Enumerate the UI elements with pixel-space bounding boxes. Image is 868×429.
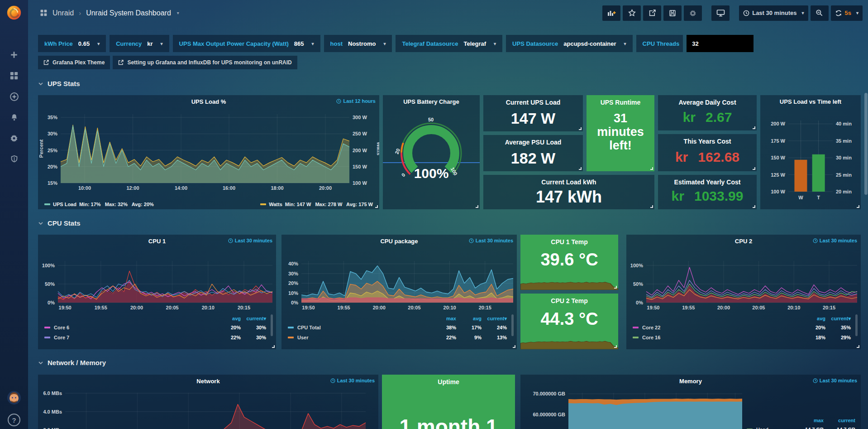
panel-title[interactable]: UPS Load % bbox=[38, 98, 379, 105]
variable-ups-datasource[interactable]: UPS Datasource apcupsd-container ▾ bbox=[506, 35, 632, 52]
svg-text:20:15: 20:15 bbox=[823, 305, 835, 310]
panel-resize-handle[interactable] bbox=[753, 167, 755, 170]
legend-item[interactable]: UPS Load Min: 17% Max: 32% Avg: 20% bbox=[44, 202, 154, 207]
section-ups-stats[interactable]: UPS Stats bbox=[38, 80, 80, 87]
panel-ups-load-vs-time-left: UPS Load vs Time left 100 W125 W150 W175… bbox=[760, 95, 861, 209]
cpu2-chart[interactable]: 19:5019:5520:0020:0520:1020:150%50%100% bbox=[626, 258, 861, 312]
panel-title[interactable]: Network bbox=[38, 378, 378, 385]
add-panel-button[interactable] bbox=[602, 5, 620, 21]
dashboard-title[interactable]: Unraid System Dashboard bbox=[86, 9, 171, 17]
panel-title[interactable]: Memory bbox=[520, 378, 861, 385]
panel-title[interactable]: UPS Battery Charge bbox=[383, 98, 480, 105]
cpu1-chart[interactable]: 19:5019:5520:0020:0520:1020:150%50%100% bbox=[38, 258, 276, 312]
user-avatar[interactable] bbox=[7, 391, 21, 406]
link-grafana-plex-theme[interactable]: Grafana Plex Theme bbox=[38, 56, 110, 69]
create-icon[interactable] bbox=[0, 44, 28, 65]
ups-load-chart[interactable]: 10:0012:0014:0016:0018:0020:0015%20%25%3… bbox=[38, 109, 379, 192]
server-admin-shield-icon[interactable] bbox=[0, 149, 28, 169]
cycle-view-monitor-button[interactable] bbox=[711, 5, 730, 21]
grafana-logo-icon[interactable] bbox=[0, 0, 28, 25]
panel-resize-handle[interactable] bbox=[650, 167, 653, 170]
external-link-icon bbox=[118, 60, 124, 65]
stat-value: kr2.67 bbox=[658, 110, 757, 125]
share-button[interactable] bbox=[643, 5, 661, 21]
dashboards-icon[interactable] bbox=[0, 65, 28, 86]
network-chart[interactable]: 2.0 MBs4.0 MBs6.0 MBs bbox=[38, 386, 378, 429]
panel-resize-handle[interactable] bbox=[513, 345, 515, 348]
cpu-threads-input[interactable] bbox=[687, 35, 754, 52]
battery-gauge[interactable]: 0 20 50 100 100% bbox=[388, 113, 474, 181]
section-network-memory[interactable]: Network / Memory bbox=[38, 359, 106, 366]
svg-text:20%: 20% bbox=[48, 164, 57, 169]
panel-resize-handle[interactable] bbox=[857, 205, 859, 208]
svg-text:200 W: 200 W bbox=[353, 148, 367, 153]
panel-resize-handle[interactable] bbox=[753, 126, 755, 129]
legend-scrollbar[interactable] bbox=[271, 314, 273, 336]
section-cpu-stats[interactable]: CPU Stats bbox=[38, 219, 81, 227]
star-button[interactable] bbox=[623, 5, 641, 21]
explore-icon[interactable] bbox=[0, 86, 28, 107]
variable-host[interactable]: host Nostromo ▾ bbox=[324, 35, 392, 52]
svg-text:19:50: 19:50 bbox=[59, 305, 72, 310]
panel-time-badge[interactable]: Last 30 minutes bbox=[813, 238, 857, 243]
link-ups-monitoring-guide[interactable]: Setting up Grafana and InfluxDB for UPS … bbox=[113, 56, 297, 69]
zoom-out-button[interactable] bbox=[811, 5, 829, 21]
panel-time-badge[interactable]: Last 30 minutes bbox=[469, 238, 513, 243]
svg-text:20:15: 20:15 bbox=[479, 305, 491, 310]
svg-text:19:55: 19:55 bbox=[682, 305, 695, 310]
legend-item[interactable]: Watts Min: 147 W Max: 278 W Avg: 175 W bbox=[260, 202, 373, 207]
variable-currency[interactable]: Currency kr ▾ bbox=[110, 35, 169, 52]
scrollbar-thumb[interactable] bbox=[864, 93, 868, 195]
alerting-bell-icon[interactable] bbox=[0, 107, 28, 128]
legend-swatch bbox=[260, 203, 266, 205]
panel-time-badge[interactable]: Last 12 hours bbox=[336, 98, 376, 104]
legend-row: Core 7 22% 30% bbox=[44, 333, 266, 342]
chevron-down-icon: ▾ bbox=[161, 41, 163, 46]
panel-resize-handle[interactable] bbox=[650, 205, 653, 208]
variable-telegraf-datasource[interactable]: Telegraf Datasource Telegraf ▾ bbox=[396, 35, 502, 52]
legend-scrollbar[interactable] bbox=[511, 314, 514, 336]
chevron-down-icon: ▾ bbox=[383, 41, 386, 46]
stat-value: 147 W bbox=[483, 110, 583, 127]
panel-resize-handle[interactable] bbox=[753, 205, 755, 208]
variable-kwh-price[interactable]: kWh Price 0.65 ▾ bbox=[38, 35, 106, 52]
settings-gear-button[interactable] bbox=[684, 5, 702, 21]
panel-time-badge[interactable]: Last 30 minutes bbox=[228, 238, 272, 243]
template-variables-row: kWh Price 0.65 ▾ Currency kr ▾ UPS Max O… bbox=[38, 35, 754, 52]
gauge-value: 100% bbox=[388, 166, 474, 181]
refresh-picker[interactable]: 5s ▾ bbox=[831, 5, 863, 21]
svg-text:20:05: 20:05 bbox=[166, 305, 179, 310]
panel-title[interactable]: UPS Load vs Time left bbox=[760, 98, 861, 105]
chart-legend-table: max current Used 14.7 GB 14.7 GB Buffere… bbox=[747, 416, 855, 429]
svg-text:0%: 0% bbox=[636, 300, 643, 305]
legend-swatch bbox=[288, 327, 294, 328]
time-range-picker[interactable]: Last 30 minutes ▾ bbox=[739, 5, 808, 21]
panel-time-badge[interactable]: Last 30 minutes bbox=[813, 378, 857, 383]
breadcrumb[interactable]: Unraid › Unraid System Dashboard ▾ bbox=[40, 9, 179, 17]
panel-resize-handle[interactable] bbox=[579, 127, 582, 130]
page-scrollbar[interactable] bbox=[864, 27, 868, 429]
panel-resize-handle[interactable] bbox=[579, 167, 582, 170]
variable-ups-max-output[interactable]: UPS Max Output Power Capacity (Watt) 865… bbox=[173, 35, 320, 52]
configuration-gear-icon[interactable] bbox=[0, 128, 28, 149]
panel-resize-handle[interactable] bbox=[272, 345, 275, 348]
panel-resize-handle[interactable] bbox=[614, 286, 617, 289]
legend-row: Used 14.7 GB 14.7 GB bbox=[747, 424, 855, 429]
panel-resize-handle[interactable] bbox=[476, 205, 478, 208]
ups-bars-chart[interactable]: 100 W125 W150 W175 W200 W20 min25 min30 … bbox=[760, 109, 861, 203]
legend-scrollbar[interactable] bbox=[855, 314, 858, 336]
help-icon[interactable]: ? bbox=[8, 414, 20, 426]
legend-row: Core 16 18% 29% bbox=[633, 333, 851, 342]
clock-icon bbox=[469, 238, 474, 243]
panel-time-badge[interactable]: Last 30 minutes bbox=[330, 378, 375, 383]
panel-network: Network Last 30 minutes 2.0 MBs4.0 MBs6.… bbox=[38, 375, 378, 429]
breadcrumb-app[interactable]: Unraid bbox=[52, 9, 74, 17]
save-button[interactable] bbox=[663, 5, 682, 21]
panel-resize-handle[interactable] bbox=[857, 345, 859, 348]
svg-text:10%: 10% bbox=[288, 290, 298, 296]
panel-resize-handle[interactable] bbox=[375, 205, 378, 208]
memory-chart[interactable]: 50.000000 GB60.000000 GB70.000000 GB bbox=[520, 386, 756, 429]
panel-resize-handle[interactable] bbox=[614, 345, 617, 348]
chevron-down-icon[interactable]: ▾ bbox=[177, 10, 179, 15]
cpu-package-chart[interactable]: 19:5019:5520:0020:0520:1020:150%10%20%30… bbox=[281, 258, 517, 312]
